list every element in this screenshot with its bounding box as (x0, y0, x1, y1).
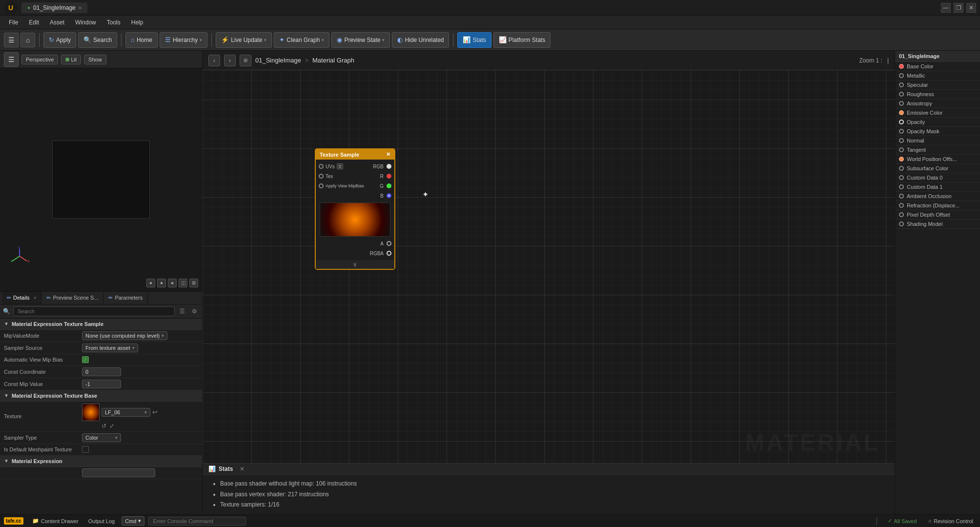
meshpaint-checkbox[interactable] (82, 446, 89, 453)
node-header[interactable]: Texture Sample ✕ (316, 149, 394, 160)
revision-control-btn[interactable]: ⑃ Revision Control (925, 517, 976, 525)
clean-graph-button[interactable]: ✦ Clean Graph ▾ (274, 32, 329, 48)
texture-sample-node[interactable]: Texture Sample ✕ UVs 0 RGB Tex (315, 148, 395, 270)
roughness-pin[interactable] (899, 92, 904, 97)
console-input[interactable] (148, 517, 246, 526)
const-mip-input[interactable] (82, 380, 121, 388)
base-color-pin[interactable] (899, 64, 904, 69)
stats-button[interactable]: 📊 Stats (457, 32, 491, 48)
texture-asset-dropdown[interactable]: LF_06 ▾ (102, 408, 150, 417)
live-update-button[interactable]: ⚡ Live Update ▾ (216, 32, 272, 48)
tab-details[interactable]: ✏ Details × (2, 292, 41, 304)
details-tab-close[interactable]: × (34, 295, 37, 301)
node-footer[interactable]: ∨ (316, 260, 394, 269)
viewport-menu-icon[interactable]: ☰ (4, 52, 19, 67)
toolbar-save-icon[interactable]: ⌂ (20, 33, 35, 47)
graph-area[interactable]: ‹ › ⊞ 01_SingleImage > Material Graph Zo… (203, 51, 895, 514)
normal-pin[interactable] (899, 138, 904, 143)
details-settings-icon[interactable]: ⚙ (190, 307, 199, 316)
texture-reset-btn[interactable]: ↩ (152, 408, 158, 416)
section-texture-base[interactable]: ▼ Material Expression Texture Base (0, 390, 202, 402)
menu-asset[interactable]: Asset (45, 17, 69, 28)
anisotropy-pin[interactable] (899, 101, 904, 106)
ctrl-btn-4[interactable]: ◫ (179, 279, 187, 287)
emissive-pin[interactable] (899, 110, 904, 115)
ctrl-btn-5[interactable]: ⊞ (189, 279, 198, 287)
hierarchy-button[interactable]: ☰ Hierarchy ▾ (160, 32, 207, 48)
expression-input[interactable] (82, 468, 155, 477)
rgb-pin[interactable] (387, 164, 391, 169)
sampler-source-dropdown[interactable]: From texture asset ▾ (82, 344, 138, 352)
tangent-pin[interactable] (899, 147, 904, 152)
show-button[interactable]: Show (84, 55, 106, 64)
main-tab[interactable]: ● 01_SingleImage × (21, 2, 87, 13)
apply-button[interactable]: ↻ Apply (43, 32, 76, 48)
opacity-mask-pin[interactable] (899, 129, 904, 134)
details-search-input[interactable] (13, 306, 175, 316)
home-button[interactable]: ⌂ Home (125, 32, 158, 48)
all-saved-btn[interactable]: ✓ All Saved (885, 517, 919, 525)
refraction-pin[interactable] (899, 203, 904, 208)
pixel-depth-pin[interactable] (899, 212, 904, 217)
mat-pin-opacity-mask: Opacity Mask (895, 127, 980, 136)
mipbias-pin-left[interactable] (319, 183, 324, 188)
content-drawer-btn[interactable]: 📁 Content Drawer (29, 517, 82, 525)
tab-parameters[interactable]: ✏ Parameters (103, 292, 148, 304)
hide-unrelated-button[interactable]: ◐ Hide Unrelated (392, 32, 449, 48)
breadcrumb-back[interactable]: ‹ (208, 55, 220, 66)
custom1-pin[interactable] (899, 184, 904, 189)
world-pos-pin[interactable] (899, 157, 904, 162)
menu-edit[interactable]: Edit (24, 17, 44, 28)
breadcrumb-forward[interactable]: › (224, 55, 236, 66)
section-material-expression[interactable]: ▼ Material Expression (0, 456, 202, 467)
meshpaint-label: Is Default Meshpaint Texture (4, 446, 82, 452)
ctrl-btn-2[interactable]: ● (157, 279, 166, 287)
ctrl-btn-3[interactable]: ● (168, 279, 177, 287)
rgba-pin[interactable] (387, 251, 391, 256)
search-button[interactable]: 🔍 Search (78, 32, 117, 48)
menu-window[interactable]: Window (70, 17, 101, 28)
b-pin[interactable] (387, 193, 391, 198)
menu-file[interactable]: File (4, 17, 23, 28)
sampler-type-dropdown[interactable]: Color ▾ (82, 433, 121, 442)
r-pin[interactable] (387, 174, 391, 179)
ambient-pin[interactable] (899, 194, 904, 199)
metallic-pin[interactable] (899, 73, 904, 78)
ctrl-btn-1[interactable]: ● (146, 279, 155, 287)
viewport-area: X Y Z ● ● ● ◫ ⊞ (0, 68, 202, 291)
toolbar-sep-1 (39, 33, 40, 47)
auto-mipbias-checkbox[interactable]: ✓ (82, 356, 89, 363)
restore-button[interactable]: ❐ (954, 3, 963, 13)
preview-state-button[interactable]: ◉ Preview State ▾ (331, 32, 390, 48)
tex-pin-left[interactable] (319, 174, 324, 179)
opacity-pin[interactable] (899, 120, 904, 124)
details-list-icon[interactable]: ☰ (178, 307, 187, 316)
tab-close[interactable]: × (79, 5, 82, 11)
texture-refresh-icon[interactable]: ↺ (102, 423, 106, 429)
g-pin[interactable] (387, 183, 391, 188)
minimize-button[interactable]: — (941, 3, 951, 13)
texture-browse-icon[interactable]: ⤢ (109, 423, 114, 429)
lit-button[interactable]: Lit (61, 55, 81, 64)
toolbar-menu-icon[interactable]: ☰ (4, 33, 19, 47)
menu-help[interactable]: Help (126, 17, 148, 28)
specular-pin[interactable] (899, 82, 904, 87)
shading-model-pin[interactable] (899, 222, 904, 226)
section-texture-sample[interactable]: ▼ Material Expression Texture Sample (0, 319, 202, 330)
close-button[interactable]: ✕ (966, 3, 976, 13)
custom0-pin[interactable] (899, 175, 904, 180)
stats-close-btn[interactable]: ✕ (240, 466, 245, 472)
menu-tools[interactable]: Tools (102, 17, 125, 28)
platform-stats-button[interactable]: 📈 Platform Stats (493, 32, 551, 48)
breadcrumb-home[interactable]: ⊞ (240, 55, 251, 66)
cmd-dropdown[interactable]: Cmd ▾ (122, 516, 144, 526)
output-log-btn[interactable]: Output Log (85, 517, 118, 525)
uvs-pin-left[interactable] (319, 164, 324, 169)
const-coord-input[interactable] (82, 367, 121, 376)
subsurface-pin[interactable] (899, 166, 904, 171)
a-pin[interactable] (387, 241, 391, 246)
tab-preview-scene[interactable]: ✏ Preview Scene S... (41, 292, 103, 304)
node-close-btn[interactable]: ✕ (386, 151, 390, 158)
perspective-button[interactable]: Perspective (21, 55, 58, 64)
mip-dropdown[interactable]: None (use computed mip level) ▾ (82, 331, 167, 340)
